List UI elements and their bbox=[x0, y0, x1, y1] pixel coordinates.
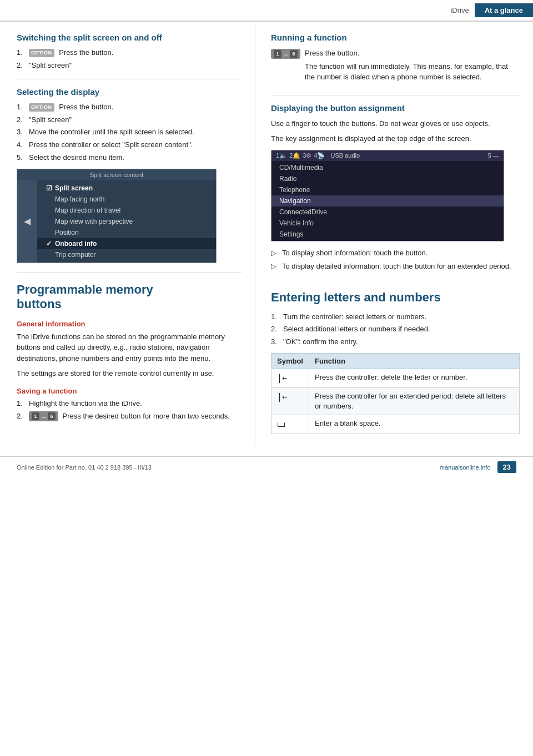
list-item: 3. "OK": confirm the entry. bbox=[271, 337, 520, 347]
mem-btn-icon: 1 … 6 bbox=[29, 411, 58, 421]
programmable-section: Programmable memorybuttons General infor… bbox=[17, 283, 242, 421]
display-top-right: 5 — bbox=[488, 152, 499, 159]
display-item-settings: Settings bbox=[271, 229, 504, 240]
function-delete-all: Press the controller for an extended per… bbox=[309, 388, 519, 415]
general-info-title: General information bbox=[17, 320, 242, 328]
entering-section: Entering letters and numbers 1. Turn the… bbox=[271, 290, 520, 434]
screen-simulation: Split screen content ◀ ☑ Split screen Ma… bbox=[17, 169, 217, 263]
programmable-title: Programmable memorybuttons bbox=[17, 283, 242, 312]
switching-title: Switching the split screen on and off bbox=[17, 33, 242, 42]
table-header-symbol: Symbol bbox=[271, 354, 309, 369]
running-para-1: Press the button. bbox=[305, 48, 520, 59]
list-item: 1. OPTION Press the button. bbox=[17, 48, 242, 58]
list-item: 2. "Split screen" bbox=[17, 61, 242, 71]
display-top-bar: 1🔈 2🔔 3⚙ 4📡 USB audio 5 — bbox=[271, 150, 504, 161]
general-para-2: The settings are stored for the remote c… bbox=[17, 368, 242, 379]
table-row: |← Press the controller for an extended … bbox=[271, 388, 520, 415]
general-para-1: The iDrive functions can be stored on th… bbox=[17, 331, 242, 364]
list-item: 5. Select the desired menu item. bbox=[17, 153, 242, 163]
saving-steps: 1. Highlight the function via the iDrive… bbox=[17, 399, 242, 422]
display-item-radio: Radio bbox=[271, 173, 504, 184]
entering-steps: 1. Turn the controller: select letters o… bbox=[271, 312, 520, 348]
display-screen: 1🔈 2🔔 3⚙ 4📡 USB audio 5 — CD/Multimedia … bbox=[271, 150, 504, 241]
selecting-title: Selecting the display bbox=[17, 87, 242, 97]
switching-steps: 1. OPTION Press the button. 2. "Split sc… bbox=[17, 48, 242, 71]
list-item: 1. Highlight the function via the iDrive… bbox=[17, 399, 242, 409]
symbol-space: ⌴ bbox=[271, 415, 309, 434]
bullet-arrow-icon: ▷ bbox=[271, 261, 279, 272]
menu-item-direction: Map direction of travel bbox=[37, 205, 216, 216]
symbols-table: Symbol Function |← Press the controller:… bbox=[271, 353, 520, 434]
switching-section: Switching the split screen on and off 1.… bbox=[17, 33, 242, 71]
symbol-delete-all: |← bbox=[271, 388, 309, 415]
list-item: 1. Turn the controller: select letters o… bbox=[271, 312, 520, 322]
displaying-title: Displaying the button assignment bbox=[271, 103, 520, 113]
header-idrive-label: iDrive bbox=[450, 6, 474, 14]
display-item-cd: CD/Multimedia bbox=[271, 162, 504, 173]
bullet-arrow-icon: ▷ bbox=[271, 248, 279, 259]
display-menu: CD/Multimedia Radio Telephone Navigation… bbox=[271, 161, 504, 241]
symbol-delete: |← bbox=[271, 369, 309, 388]
selecting-steps: 1. OPTION Press the button. 2. "Split sc… bbox=[17, 102, 242, 163]
display-item-connected: ConnectedDrive bbox=[271, 206, 504, 218]
bullet-text-1: To display short information: touch the … bbox=[282, 248, 428, 259]
table-row: |← Press the controller: delete the lett… bbox=[271, 369, 520, 388]
footer: Online Edition for Part no. 01 40 2 918 … bbox=[0, 456, 533, 477]
list-item: 2. Select additional letters or numbers … bbox=[271, 324, 520, 335]
menu-item-onboard: ✓ Onboard info bbox=[37, 238, 216, 249]
list-item: 2. "Split screen" bbox=[17, 115, 242, 125]
menu-item-position: Position bbox=[37, 227, 216, 238]
table-row: ⌴ Enter a blank space. bbox=[271, 415, 520, 434]
bullet-text-2: To display detailed information: touch t… bbox=[282, 261, 511, 272]
screen-panel: ◀ ☑ Split screen Map facing north Map di… bbox=[17, 180, 216, 263]
option-icon: OPTION bbox=[29, 49, 54, 57]
menu-item-trip: Trip computer bbox=[37, 249, 216, 260]
header-at-a-glance: At a glance bbox=[475, 3, 533, 17]
display-icons: 1🔈 2🔔 3⚙ 4📡 USB audio bbox=[276, 152, 360, 159]
function-delete: Press the controller: delete the letter … bbox=[309, 369, 519, 388]
display-item-telephone: Telephone bbox=[271, 184, 504, 195]
left-arrow-btn: ◀ bbox=[17, 180, 37, 263]
page-number: 23 bbox=[497, 461, 516, 473]
running-para-2: The function will run immediately. This … bbox=[305, 61, 520, 83]
function-space: Enter a blank space. bbox=[309, 415, 519, 434]
saving-title: Saving a function bbox=[17, 387, 242, 395]
list-item: 4. Press the controller or select "Split… bbox=[17, 140, 242, 150]
footer-text: Online Edition for Part no. 01 40 2 918 … bbox=[17, 464, 152, 471]
left-column: Switching the split screen on and off 1.… bbox=[0, 22, 255, 445]
menu-item-perspective: Map view with perspective bbox=[37, 216, 216, 227]
running-text: Press the button. The function will run … bbox=[305, 48, 520, 87]
running-section: Running a function 1 … 6 Press the butto… bbox=[271, 33, 520, 87]
selecting-section: Selecting the display 1. OPTION Press th… bbox=[17, 87, 242, 263]
display-item-vehicle: Vehicle Info bbox=[271, 218, 504, 229]
menu-item-split: ☑ Split screen bbox=[37, 183, 216, 194]
displaying-para-2: The key assignment is displayed at the t… bbox=[271, 133, 520, 144]
screen-menu: ☑ Split screen Map facing north Map dire… bbox=[37, 180, 216, 263]
list-item: 1. OPTION Press the button. bbox=[17, 102, 242, 113]
list-item: 2. 1 … 6 Press the desired button for mo… bbox=[17, 411, 242, 422]
displaying-section: Displaying the button assignment Use a f… bbox=[271, 103, 520, 273]
footer-logo: manualsonline.info bbox=[440, 464, 491, 471]
menu-item-north: Map facing north bbox=[37, 194, 216, 205]
page-header: iDrive At a glance bbox=[0, 0, 533, 22]
bullet-item-1: ▷ To display short information: touch th… bbox=[271, 248, 520, 259]
list-item: 3. Move the controller until the split s… bbox=[17, 127, 242, 138]
mem-btn-icon-run: 1 … 6 bbox=[271, 49, 300, 59]
entering-title: Entering letters and numbers bbox=[271, 290, 520, 305]
main-content: Switching the split screen on and off 1.… bbox=[0, 22, 533, 445]
display-item-navigation: Navigation bbox=[271, 195, 504, 206]
right-column: Running a function 1 … 6 Press the butto… bbox=[255, 22, 533, 445]
running-title: Running a function bbox=[271, 33, 520, 42]
screen-title: Split screen content bbox=[17, 169, 216, 180]
table-header-function: Function bbox=[309, 354, 519, 369]
displaying-para-1: Use a finger to touch the buttons. Do no… bbox=[271, 118, 520, 129]
option-icon: OPTION bbox=[29, 103, 54, 112]
bullet-item-2: ▷ To display detailed information: touch… bbox=[271, 261, 520, 272]
